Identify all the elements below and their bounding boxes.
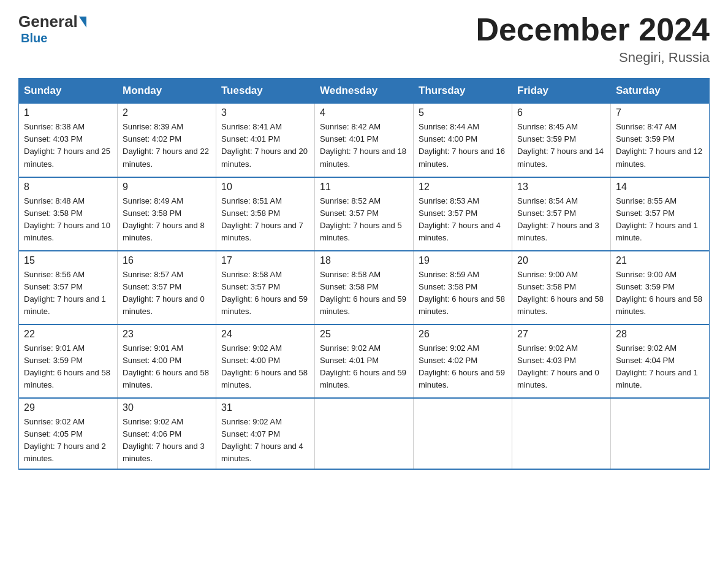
calendar-cell: 3Sunrise: 8:41 AMSunset: 4:01 PMDaylight… xyxy=(216,104,315,177)
day-number: 4 xyxy=(320,107,408,118)
day-number: 17 xyxy=(221,255,309,266)
day-info: Sunrise: 8:54 AMSunset: 3:57 PMDaylight:… xyxy=(517,196,599,242)
calendar-cell: 31Sunrise: 9:02 AMSunset: 4:07 PMDayligh… xyxy=(216,398,315,470)
day-number: 16 xyxy=(123,255,211,266)
week-row-5: 29Sunrise: 9:02 AMSunset: 4:05 PMDayligh… xyxy=(19,398,710,470)
title-block: December 2024 Snegiri, Russia xyxy=(476,12,710,66)
calendar-cell: 16Sunrise: 8:57 AMSunset: 3:57 PMDayligh… xyxy=(118,251,216,324)
calendar-cell: 1Sunrise: 8:38 AMSunset: 4:03 PMDaylight… xyxy=(19,104,118,177)
day-info: Sunrise: 8:53 AMSunset: 3:57 PMDaylight:… xyxy=(419,196,501,242)
day-number: 28 xyxy=(616,329,704,340)
day-number: 8 xyxy=(24,182,112,193)
calendar-cell: 30Sunrise: 9:02 AMSunset: 4:06 PMDayligh… xyxy=(118,398,216,470)
day-info: Sunrise: 9:02 AMSunset: 4:05 PMDaylight:… xyxy=(24,417,106,463)
calendar-cell xyxy=(512,398,611,470)
day-info: Sunrise: 8:58 AMSunset: 3:57 PMDaylight:… xyxy=(221,270,308,316)
calendar-cell: 7Sunrise: 8:47 AMSunset: 3:59 PMDaylight… xyxy=(611,104,710,177)
day-info: Sunrise: 9:02 AMSunset: 4:00 PMDaylight:… xyxy=(221,343,308,389)
header-sunday: Sunday xyxy=(19,79,118,104)
calendar-cell: 19Sunrise: 8:59 AMSunset: 3:58 PMDayligh… xyxy=(414,251,512,324)
calendar-cell: 28Sunrise: 9:02 AMSunset: 4:04 PMDayligh… xyxy=(611,324,710,398)
calendar-cell: 11Sunrise: 8:52 AMSunset: 3:57 PMDayligh… xyxy=(315,177,414,251)
header-monday: Monday xyxy=(118,79,216,104)
calendar-cell xyxy=(414,398,512,470)
day-info: Sunrise: 8:51 AMSunset: 3:58 PMDaylight:… xyxy=(221,196,303,242)
day-number: 5 xyxy=(419,107,507,118)
calendar-cell: 15Sunrise: 8:56 AMSunset: 3:57 PMDayligh… xyxy=(19,251,118,324)
header-tuesday: Tuesday xyxy=(216,79,315,104)
week-row-4: 22Sunrise: 9:01 AMSunset: 3:59 PMDayligh… xyxy=(19,324,710,398)
day-number: 6 xyxy=(517,107,605,118)
calendar-cell: 2Sunrise: 8:39 AMSunset: 4:02 PMDaylight… xyxy=(118,104,216,177)
day-info: Sunrise: 8:47 AMSunset: 3:59 PMDaylight:… xyxy=(616,122,702,168)
day-number: 29 xyxy=(24,402,112,413)
day-info: Sunrise: 9:02 AMSunset: 4:06 PMDaylight:… xyxy=(123,417,205,463)
calendar-cell: 9Sunrise: 8:49 AMSunset: 3:58 PMDaylight… xyxy=(118,177,216,251)
day-info: Sunrise: 9:02 AMSunset: 4:03 PMDaylight:… xyxy=(517,343,599,389)
day-info: Sunrise: 9:01 AMSunset: 3:59 PMDaylight:… xyxy=(24,343,110,389)
day-number: 13 xyxy=(517,182,605,193)
day-info: Sunrise: 9:02 AMSunset: 4:07 PMDaylight:… xyxy=(221,417,303,463)
day-number: 10 xyxy=(221,182,309,193)
calendar-cell: 26Sunrise: 9:02 AMSunset: 4:02 PMDayligh… xyxy=(414,324,512,398)
calendar-cell: 13Sunrise: 8:54 AMSunset: 3:57 PMDayligh… xyxy=(512,177,611,251)
calendar-cell: 27Sunrise: 9:02 AMSunset: 4:03 PMDayligh… xyxy=(512,324,611,398)
header-wednesday: Wednesday xyxy=(315,79,414,104)
calendar-table: SundayMondayTuesdayWednesdayThursdayFrid… xyxy=(18,78,710,470)
calendar-cell: 5Sunrise: 8:44 AMSunset: 4:00 PMDaylight… xyxy=(414,104,512,177)
day-info: Sunrise: 9:02 AMSunset: 4:01 PMDaylight:… xyxy=(320,343,406,389)
calendar-header-row: SundayMondayTuesdayWednesdayThursdayFrid… xyxy=(19,79,710,104)
calendar-cell: 29Sunrise: 9:02 AMSunset: 4:05 PMDayligh… xyxy=(19,398,118,470)
day-info: Sunrise: 9:00 AMSunset: 3:59 PMDaylight:… xyxy=(616,270,702,316)
calendar-cell xyxy=(315,398,414,470)
logo-blue-text: Blue xyxy=(21,31,47,45)
day-number: 18 xyxy=(320,255,408,266)
day-info: Sunrise: 9:00 AMSunset: 3:58 PMDaylight:… xyxy=(517,270,604,316)
day-info: Sunrise: 9:02 AMSunset: 4:02 PMDaylight:… xyxy=(419,343,505,389)
day-info: Sunrise: 8:58 AMSunset: 3:58 PMDaylight:… xyxy=(320,270,406,316)
logo-general-text: General xyxy=(18,12,78,31)
day-number: 12 xyxy=(419,182,507,193)
day-number: 21 xyxy=(616,255,704,266)
day-number: 3 xyxy=(221,107,309,118)
calendar-cell: 21Sunrise: 9:00 AMSunset: 3:59 PMDayligh… xyxy=(611,251,710,324)
main-title: December 2024 xyxy=(476,12,710,47)
day-info: Sunrise: 8:41 AMSunset: 4:01 PMDaylight:… xyxy=(221,122,308,168)
day-number: 2 xyxy=(123,107,211,118)
day-number: 22 xyxy=(24,329,112,340)
calendar-cell: 20Sunrise: 9:00 AMSunset: 3:58 PMDayligh… xyxy=(512,251,611,324)
day-number: 26 xyxy=(419,329,507,340)
logo-triangle-icon xyxy=(79,17,86,28)
logo: General Blue xyxy=(18,12,86,45)
day-number: 23 xyxy=(123,329,211,340)
day-number: 15 xyxy=(24,255,112,266)
header-saturday: Saturday xyxy=(611,79,710,104)
calendar-cell: 12Sunrise: 8:53 AMSunset: 3:57 PMDayligh… xyxy=(414,177,512,251)
calendar-cell: 17Sunrise: 8:58 AMSunset: 3:57 PMDayligh… xyxy=(216,251,315,324)
day-number: 9 xyxy=(123,182,211,193)
week-row-2: 8Sunrise: 8:48 AMSunset: 3:58 PMDaylight… xyxy=(19,177,710,251)
calendar-cell: 22Sunrise: 9:01 AMSunset: 3:59 PMDayligh… xyxy=(19,324,118,398)
calendar-cell xyxy=(611,398,710,470)
week-row-1: 1Sunrise: 8:38 AMSunset: 4:03 PMDaylight… xyxy=(19,104,710,177)
page-header: General Blue December 2024 Snegiri, Russ… xyxy=(18,12,710,66)
day-info: Sunrise: 8:56 AMSunset: 3:57 PMDaylight:… xyxy=(24,270,106,316)
calendar-cell: 8Sunrise: 8:48 AMSunset: 3:58 PMDaylight… xyxy=(19,177,118,251)
day-number: 14 xyxy=(616,182,704,193)
calendar-cell: 25Sunrise: 9:02 AMSunset: 4:01 PMDayligh… xyxy=(315,324,414,398)
calendar-cell: 4Sunrise: 8:42 AMSunset: 4:01 PMDaylight… xyxy=(315,104,414,177)
day-info: Sunrise: 8:59 AMSunset: 3:58 PMDaylight:… xyxy=(419,270,505,316)
day-number: 19 xyxy=(419,255,507,266)
day-info: Sunrise: 8:57 AMSunset: 3:57 PMDaylight:… xyxy=(123,270,205,316)
day-info: Sunrise: 8:38 AMSunset: 4:03 PMDaylight:… xyxy=(24,122,110,168)
day-info: Sunrise: 8:48 AMSunset: 3:58 PMDaylight:… xyxy=(24,196,110,242)
day-number: 27 xyxy=(517,329,605,340)
calendar-cell: 6Sunrise: 8:45 AMSunset: 3:59 PMDaylight… xyxy=(512,104,611,177)
week-row-3: 15Sunrise: 8:56 AMSunset: 3:57 PMDayligh… xyxy=(19,251,710,324)
header-thursday: Thursday xyxy=(414,79,512,104)
day-number: 31 xyxy=(221,402,309,413)
day-info: Sunrise: 8:49 AMSunset: 3:58 PMDaylight:… xyxy=(123,196,205,242)
day-info: Sunrise: 8:55 AMSunset: 3:57 PMDaylight:… xyxy=(616,196,698,242)
subtitle: Snegiri, Russia xyxy=(476,50,710,66)
day-info: Sunrise: 8:39 AMSunset: 4:02 PMDaylight:… xyxy=(123,122,209,168)
